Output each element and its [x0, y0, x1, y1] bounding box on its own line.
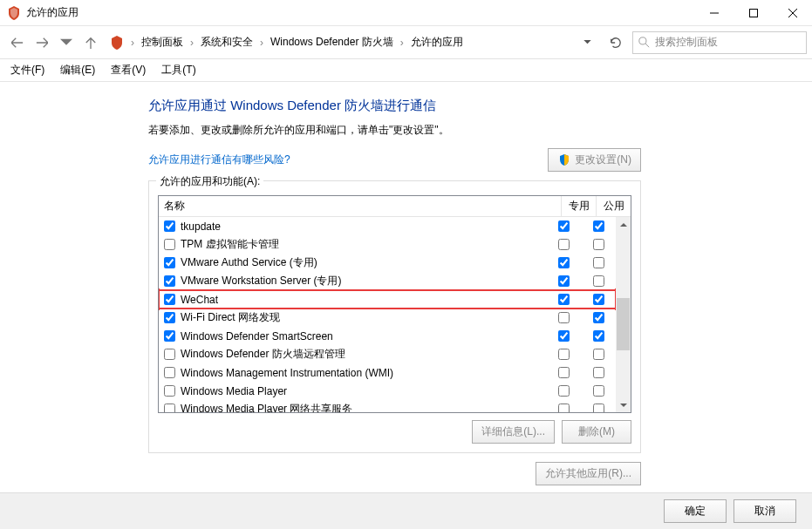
- ok-button[interactable]: 确定: [664, 499, 727, 523]
- menu-tools[interactable]: 工具(T): [154, 61, 202, 79]
- search-input[interactable]: 搜索控制面板: [632, 31, 807, 54]
- titlebar: 允许的应用: [0, 0, 812, 26]
- chevron-right-icon: ›: [188, 37, 195, 49]
- change-settings-button[interactable]: 更改设置(N): [548, 148, 641, 172]
- apps-list: 名称 专用 公用 tkupdateTPM 虚拟智能卡管理VMware Authd…: [158, 195, 631, 413]
- delete-button[interactable]: 删除(M): [562, 420, 631, 444]
- public-checkbox[interactable]: [593, 294, 604, 305]
- app-name: Windows Defender 防火墙远程管理: [181, 347, 546, 362]
- private-checkbox[interactable]: [558, 404, 570, 412]
- app-enabled-checkbox[interactable]: [164, 239, 175, 250]
- minimize-button[interactable]: [694, 0, 734, 25]
- public-checkbox[interactable]: [593, 220, 604, 232]
- chevron-right-icon: ›: [399, 37, 406, 49]
- risk-link[interactable]: 允许应用进行通信有哪些风险?: [148, 153, 290, 167]
- app-name: Windows Media Player: [181, 385, 546, 397]
- app-enabled-checkbox[interactable]: [164, 349, 175, 360]
- group-title: 允许的应用和功能(A):: [156, 174, 263, 189]
- app-name: Wi-Fi Direct 网络发现: [181, 310, 546, 325]
- private-checkbox[interactable]: [558, 385, 570, 397]
- maximize-button[interactable]: [734, 0, 773, 25]
- app-icon: [7, 6, 21, 20]
- menu-edit[interactable]: 编辑(E): [53, 61, 102, 79]
- list-row[interactable]: Windows Media Player: [159, 382, 616, 400]
- app-enabled-checkbox[interactable]: [164, 294, 175, 305]
- breadcrumb-dropdown[interactable]: [578, 40, 596, 44]
- nav-dropdown[interactable]: [54, 31, 78, 55]
- shield-icon: [557, 153, 571, 167]
- forward-button[interactable]: [30, 31, 54, 55]
- public-checkbox[interactable]: [593, 385, 604, 397]
- scroll-thumb[interactable]: [617, 298, 630, 350]
- list-row[interactable]: TPM 虚拟智能卡管理: [159, 235, 616, 254]
- list-row[interactable]: Windows Media Player 网络共享服务: [159, 400, 616, 412]
- list-header: 名称 专用 公用: [159, 196, 631, 217]
- app-enabled-checkbox[interactable]: [164, 220, 175, 232]
- app-name: WeChat: [181, 294, 546, 306]
- scrollbar[interactable]: [616, 217, 631, 412]
- app-enabled-checkbox[interactable]: [164, 367, 175, 378]
- chevron-right-icon: ›: [129, 37, 136, 49]
- list-row[interactable]: tkupdate: [159, 217, 616, 235]
- public-checkbox[interactable]: [593, 349, 604, 360]
- svg-rect-0: [749, 9, 757, 17]
- public-checkbox[interactable]: [593, 275, 604, 287]
- menu-file[interactable]: 文件(F): [3, 61, 51, 79]
- breadcrumb-item[interactable]: 控制面板: [138, 33, 187, 51]
- list-row[interactable]: Windows Defender 防火墙远程管理: [159, 345, 616, 363]
- private-checkbox[interactable]: [558, 275, 570, 287]
- list-row[interactable]: Wi-Fi Direct 网络发现: [159, 309, 616, 327]
- close-button[interactable]: [773, 0, 812, 25]
- bottom-bar: 确定 取消: [0, 492, 812, 529]
- refresh-button[interactable]: [603, 31, 629, 54]
- app-enabled-checkbox[interactable]: [164, 257, 175, 268]
- page-title: 允许应用通过 Windows Defender 防火墙进行通信: [148, 98, 812, 114]
- window-title: 允许的应用: [26, 5, 78, 20]
- breadcrumb-icon: [110, 36, 124, 50]
- app-name: Windows Media Player 网络共享服务: [181, 402, 546, 412]
- list-row[interactable]: Windows Management Instrumentation (WMI): [159, 363, 616, 382]
- breadcrumb-item[interactable]: 系统和安全: [197, 33, 256, 51]
- app-enabled-checkbox[interactable]: [164, 385, 175, 397]
- menu-view[interactable]: 查看(V): [104, 61, 153, 79]
- public-checkbox[interactable]: [593, 404, 604, 412]
- public-checkbox[interactable]: [593, 312, 604, 323]
- app-enabled-checkbox[interactable]: [164, 312, 175, 323]
- col-private[interactable]: 专用: [561, 196, 596, 216]
- public-checkbox[interactable]: [593, 257, 604, 268]
- scroll-up-button[interactable]: [616, 217, 631, 232]
- cancel-button[interactable]: 取消: [734, 499, 796, 523]
- private-checkbox[interactable]: [558, 330, 570, 342]
- list-row[interactable]: VMware Authd Service (专用): [159, 254, 616, 272]
- scroll-down-button[interactable]: [616, 397, 631, 412]
- list-row[interactable]: VMware Workstation Server (专用): [159, 272, 616, 290]
- breadcrumb-item[interactable]: 允许的应用: [407, 33, 467, 51]
- private-checkbox[interactable]: [558, 220, 570, 232]
- up-button[interactable]: [78, 31, 103, 55]
- col-name[interactable]: 名称: [159, 199, 561, 214]
- private-checkbox[interactable]: [558, 367, 570, 378]
- search-placeholder: 搜索控制面板: [655, 35, 718, 50]
- app-enabled-checkbox[interactable]: [164, 330, 175, 342]
- back-button[interactable]: [5, 31, 30, 55]
- public-checkbox[interactable]: [593, 239, 604, 250]
- private-checkbox[interactable]: [558, 312, 570, 323]
- private-checkbox[interactable]: [558, 239, 570, 250]
- private-checkbox[interactable]: [558, 349, 570, 360]
- details-button[interactable]: 详细信息(L)...: [472, 420, 555, 444]
- breadcrumb-item[interactable]: Windows Defender 防火墙: [267, 33, 397, 51]
- private-checkbox[interactable]: [558, 257, 570, 268]
- app-name: Windows Defender SmartScreen: [181, 330, 546, 342]
- app-name: Windows Management Instrumentation (WMI): [181, 367, 546, 379]
- list-row[interactable]: Windows Defender SmartScreen: [159, 327, 616, 345]
- public-checkbox[interactable]: [593, 330, 604, 342]
- app-enabled-checkbox[interactable]: [164, 404, 175, 412]
- list-row[interactable]: WeChat: [159, 290, 616, 309]
- public-checkbox[interactable]: [593, 367, 604, 378]
- col-public[interactable]: 公用: [596, 196, 631, 216]
- app-enabled-checkbox[interactable]: [164, 275, 175, 287]
- menubar: 文件(F) 编辑(E) 查看(V) 工具(T): [0, 59, 812, 82]
- allow-other-app-button[interactable]: 允许其他应用(R)...: [536, 462, 641, 485]
- breadcrumb: › 控制面板 › 系统和安全 › Windows Defender 防火墙 › …: [106, 33, 467, 51]
- private-checkbox[interactable]: [558, 294, 570, 305]
